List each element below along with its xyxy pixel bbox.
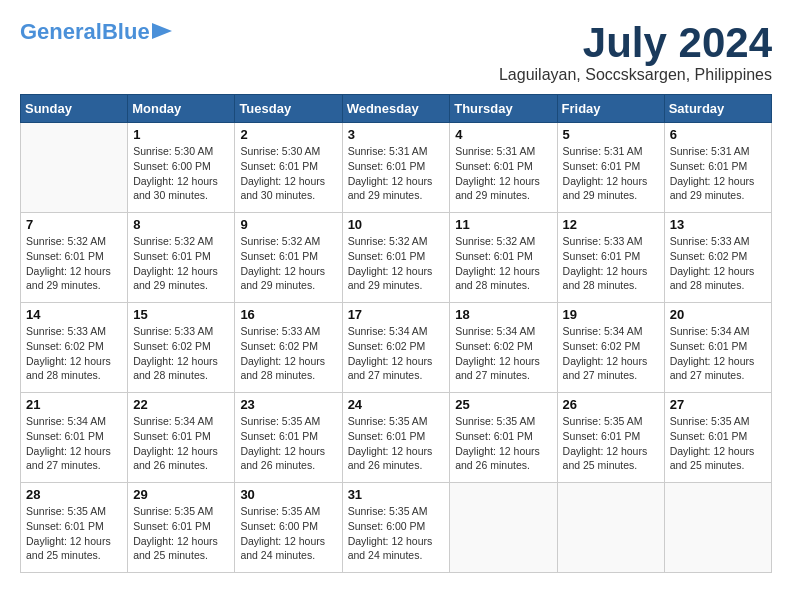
day-number: 30 (240, 487, 336, 502)
calendar-cell (664, 483, 771, 573)
cell-info: Sunrise: 5:32 AM Sunset: 6:01 PM Dayligh… (133, 234, 229, 293)
day-number: 16 (240, 307, 336, 322)
day-number: 18 (455, 307, 551, 322)
day-number: 27 (670, 397, 766, 412)
calendar-cell: 30Sunrise: 5:35 AM Sunset: 6:00 PM Dayli… (235, 483, 342, 573)
page-header: GeneralBlue July 2024 Laguilayan, Soccsk… (20, 20, 772, 84)
cell-info: Sunrise: 5:33 AM Sunset: 6:01 PM Dayligh… (563, 234, 659, 293)
title-area: July 2024 Laguilayan, Soccsksargen, Phil… (499, 20, 772, 84)
day-number: 26 (563, 397, 659, 412)
header-row: Sunday Monday Tuesday Wednesday Thursday… (21, 95, 772, 123)
day-number: 11 (455, 217, 551, 232)
calendar-cell: 5Sunrise: 5:31 AM Sunset: 6:01 PM Daylig… (557, 123, 664, 213)
calendar-cell: 9Sunrise: 5:32 AM Sunset: 6:01 PM Daylig… (235, 213, 342, 303)
calendar-cell: 3Sunrise: 5:31 AM Sunset: 6:01 PM Daylig… (342, 123, 450, 213)
cell-info: Sunrise: 5:34 AM Sunset: 6:02 PM Dayligh… (563, 324, 659, 383)
day-number: 24 (348, 397, 445, 412)
cell-info: Sunrise: 5:34 AM Sunset: 6:01 PM Dayligh… (670, 324, 766, 383)
svg-marker-0 (152, 23, 172, 39)
cell-info: Sunrise: 5:32 AM Sunset: 6:01 PM Dayligh… (455, 234, 551, 293)
calendar-cell: 13Sunrise: 5:33 AM Sunset: 6:02 PM Dayli… (664, 213, 771, 303)
cell-info: Sunrise: 5:31 AM Sunset: 6:01 PM Dayligh… (455, 144, 551, 203)
calendar-cell: 22Sunrise: 5:34 AM Sunset: 6:01 PM Dayli… (128, 393, 235, 483)
calendar-cell: 23Sunrise: 5:35 AM Sunset: 6:01 PM Dayli… (235, 393, 342, 483)
cell-info: Sunrise: 5:33 AM Sunset: 6:02 PM Dayligh… (26, 324, 122, 383)
header-sunday: Sunday (21, 95, 128, 123)
day-number: 2 (240, 127, 336, 142)
month-title: July 2024 (499, 20, 772, 66)
logo-arrow-icon (152, 21, 172, 41)
calendar-cell: 20Sunrise: 5:34 AM Sunset: 6:01 PM Dayli… (664, 303, 771, 393)
header-thursday: Thursday (450, 95, 557, 123)
day-number: 14 (26, 307, 122, 322)
day-number: 4 (455, 127, 551, 142)
day-number: 25 (455, 397, 551, 412)
calendar-cell: 29Sunrise: 5:35 AM Sunset: 6:01 PM Dayli… (128, 483, 235, 573)
cell-info: Sunrise: 5:30 AM Sunset: 6:00 PM Dayligh… (133, 144, 229, 203)
cell-info: Sunrise: 5:32 AM Sunset: 6:01 PM Dayligh… (240, 234, 336, 293)
cell-info: Sunrise: 5:35 AM Sunset: 6:00 PM Dayligh… (240, 504, 336, 563)
header-wednesday: Wednesday (342, 95, 450, 123)
calendar-cell (21, 123, 128, 213)
calendar-cell: 28Sunrise: 5:35 AM Sunset: 6:01 PM Dayli… (21, 483, 128, 573)
calendar-cell: 18Sunrise: 5:34 AM Sunset: 6:02 PM Dayli… (450, 303, 557, 393)
cell-info: Sunrise: 5:34 AM Sunset: 6:02 PM Dayligh… (455, 324, 551, 383)
logo-line1: General (20, 19, 102, 44)
cell-info: Sunrise: 5:34 AM Sunset: 6:01 PM Dayligh… (133, 414, 229, 473)
day-number: 6 (670, 127, 766, 142)
day-number: 12 (563, 217, 659, 232)
calendar-cell: 26Sunrise: 5:35 AM Sunset: 6:01 PM Dayli… (557, 393, 664, 483)
week-row-5: 28Sunrise: 5:35 AM Sunset: 6:01 PM Dayli… (21, 483, 772, 573)
calendar-cell: 6Sunrise: 5:31 AM Sunset: 6:01 PM Daylig… (664, 123, 771, 213)
calendar-cell: 7Sunrise: 5:32 AM Sunset: 6:01 PM Daylig… (21, 213, 128, 303)
day-number: 8 (133, 217, 229, 232)
calendar-cell: 11Sunrise: 5:32 AM Sunset: 6:01 PM Dayli… (450, 213, 557, 303)
cell-info: Sunrise: 5:35 AM Sunset: 6:01 PM Dayligh… (240, 414, 336, 473)
calendar-cell (450, 483, 557, 573)
day-number: 13 (670, 217, 766, 232)
cell-info: Sunrise: 5:33 AM Sunset: 6:02 PM Dayligh… (240, 324, 336, 383)
calendar-cell: 25Sunrise: 5:35 AM Sunset: 6:01 PM Dayli… (450, 393, 557, 483)
cell-info: Sunrise: 5:34 AM Sunset: 6:01 PM Dayligh… (26, 414, 122, 473)
day-number: 10 (348, 217, 445, 232)
logo-text: GeneralBlue (20, 20, 150, 44)
day-number: 9 (240, 217, 336, 232)
header-friday: Friday (557, 95, 664, 123)
week-row-2: 7Sunrise: 5:32 AM Sunset: 6:01 PM Daylig… (21, 213, 772, 303)
cell-info: Sunrise: 5:34 AM Sunset: 6:02 PM Dayligh… (348, 324, 445, 383)
cell-info: Sunrise: 5:33 AM Sunset: 6:02 PM Dayligh… (133, 324, 229, 383)
calendar-cell: 31Sunrise: 5:35 AM Sunset: 6:00 PM Dayli… (342, 483, 450, 573)
day-number: 29 (133, 487, 229, 502)
cell-info: Sunrise: 5:35 AM Sunset: 6:01 PM Dayligh… (26, 504, 122, 563)
cell-info: Sunrise: 5:32 AM Sunset: 6:01 PM Dayligh… (26, 234, 122, 293)
calendar-cell: 8Sunrise: 5:32 AM Sunset: 6:01 PM Daylig… (128, 213, 235, 303)
day-number: 22 (133, 397, 229, 412)
calendar-cell: 16Sunrise: 5:33 AM Sunset: 6:02 PM Dayli… (235, 303, 342, 393)
calendar-cell (557, 483, 664, 573)
logo-line2: Blue (102, 19, 150, 44)
day-number: 17 (348, 307, 445, 322)
day-number: 23 (240, 397, 336, 412)
day-number: 31 (348, 487, 445, 502)
calendar-table: Sunday Monday Tuesday Wednesday Thursday… (20, 94, 772, 573)
calendar-cell: 12Sunrise: 5:33 AM Sunset: 6:01 PM Dayli… (557, 213, 664, 303)
day-number: 1 (133, 127, 229, 142)
day-number: 19 (563, 307, 659, 322)
calendar-cell: 27Sunrise: 5:35 AM Sunset: 6:01 PM Dayli… (664, 393, 771, 483)
day-number: 5 (563, 127, 659, 142)
cell-info: Sunrise: 5:35 AM Sunset: 6:01 PM Dayligh… (133, 504, 229, 563)
calendar-cell: 17Sunrise: 5:34 AM Sunset: 6:02 PM Dayli… (342, 303, 450, 393)
cell-info: Sunrise: 5:35 AM Sunset: 6:01 PM Dayligh… (455, 414, 551, 473)
header-monday: Monday (128, 95, 235, 123)
calendar-cell: 21Sunrise: 5:34 AM Sunset: 6:01 PM Dayli… (21, 393, 128, 483)
calendar-cell: 2Sunrise: 5:30 AM Sunset: 6:01 PM Daylig… (235, 123, 342, 213)
day-number: 7 (26, 217, 122, 232)
cell-info: Sunrise: 5:35 AM Sunset: 6:01 PM Dayligh… (670, 414, 766, 473)
cell-info: Sunrise: 5:32 AM Sunset: 6:01 PM Dayligh… (348, 234, 445, 293)
cell-info: Sunrise: 5:35 AM Sunset: 6:00 PM Dayligh… (348, 504, 445, 563)
calendar-cell: 24Sunrise: 5:35 AM Sunset: 6:01 PM Dayli… (342, 393, 450, 483)
week-row-4: 21Sunrise: 5:34 AM Sunset: 6:01 PM Dayli… (21, 393, 772, 483)
day-number: 20 (670, 307, 766, 322)
cell-info: Sunrise: 5:31 AM Sunset: 6:01 PM Dayligh… (348, 144, 445, 203)
week-row-3: 14Sunrise: 5:33 AM Sunset: 6:02 PM Dayli… (21, 303, 772, 393)
